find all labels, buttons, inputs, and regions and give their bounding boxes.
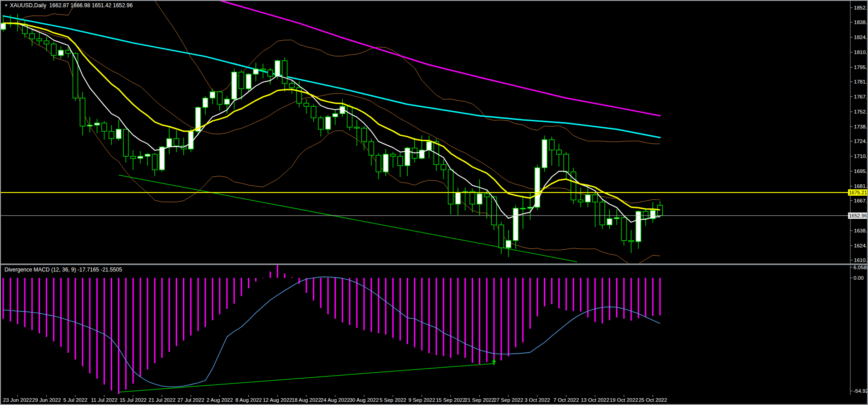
- svg-text:5 Jul 2022: 5 Jul 2022: [63, 397, 87, 403]
- quote-ohlc-label: 1662.87 1666.98 1651.42 1652.96: [49, 2, 133, 9]
- svg-text:29 Jun 2022: 29 Jun 2022: [32, 397, 61, 403]
- svg-text:3 Oct 2022: 3 Oct 2022: [524, 397, 550, 403]
- svg-text:0.00: 0.00: [853, 275, 863, 281]
- svg-text:13 Oct 2022: 13 Oct 2022: [581, 397, 609, 403]
- svg-text:5 Sep 2022: 5 Sep 2022: [380, 397, 406, 403]
- svg-text:23 Jun 2022: 23 Jun 2022: [3, 397, 32, 403]
- svg-text:8 Aug 2022: 8 Aug 2022: [235, 397, 261, 403]
- chart-title: ▼XAUUSD,Daily 1662.87 1666.98 1651.42 16…: [4, 2, 133, 9]
- svg-text:25 Oct 2022: 25 Oct 2022: [639, 397, 667, 403]
- svg-text:1781.70: 1781.70: [854, 79, 867, 84]
- svg-text:12 Aug 2022: 12 Aug 2022: [263, 397, 292, 403]
- svg-text:1767.30: 1767.30: [854, 94, 867, 99]
- svg-text:1681.30: 1681.30: [854, 183, 867, 189]
- svg-text:24 Aug 2022: 24 Aug 2022: [321, 397, 350, 403]
- svg-text:19 Oct 2022: 19 Oct 2022: [610, 397, 638, 403]
- svg-text:1624.10: 1624.10: [854, 243, 867, 248]
- macd-indicator-panel[interactable]: 6.05880.00-54.9241: [1, 265, 867, 395]
- svg-text:-54.9241: -54.9241: [853, 388, 867, 394]
- svg-text:15 Jul 2022: 15 Jul 2022: [119, 397, 146, 403]
- price-tag-bid: 1652.96: [848, 212, 867, 219]
- macd-canvas[interactable]: 6.05880.00-54.9241: [1, 265, 867, 395]
- mt4-chart-window: 1852.901838.901824.501810.101795.701781.…: [0, 0, 868, 405]
- time-axis[interactable]: 23 Jun 202229 Jun 20225 Jul 202211 Jul 2…: [1, 395, 867, 405]
- svg-text:1752.90: 1752.90: [854, 109, 867, 114]
- svg-text:15 Sep 2022: 15 Sep 2022: [436, 397, 465, 403]
- svg-text:9 Sep 2022: 9 Sep 2022: [409, 397, 435, 403]
- svg-text:1667.30: 1667.30: [854, 198, 867, 203]
- svg-text:6.0588: 6.0588: [853, 265, 867, 270]
- svg-text:1695.70: 1695.70: [854, 168, 867, 174]
- svg-text:1638.50: 1638.50: [854, 228, 867, 233]
- macd-indicator-label: Divergence MACD (12, 36, 9) -17.7165 -21…: [5, 267, 122, 273]
- price-chart-panel[interactable]: 1852.901838.901824.501810.101795.701781.…: [1, 1, 867, 263]
- symbol-dropdown-icon[interactable]: ▼: [4, 3, 8, 8]
- svg-text:2 Aug 2022: 2 Aug 2022: [207, 397, 233, 403]
- svg-text:27 Jul 2022: 27 Jul 2022: [178, 397, 204, 403]
- svg-text:1838.90: 1838.90: [854, 20, 867, 25]
- svg-text:11 Jul 2022: 11 Jul 2022: [91, 397, 118, 403]
- svg-text:1724.50: 1724.50: [854, 138, 867, 144]
- svg-text:1710.10: 1710.10: [854, 153, 867, 159]
- svg-text:30 Aug 2022: 30 Aug 2022: [350, 397, 379, 403]
- price-chart-canvas[interactable]: 1852.901838.901824.501810.101795.701781.…: [1, 1, 867, 263]
- svg-text:1738.50: 1738.50: [854, 124, 867, 129]
- svg-text:21 Jul 2022: 21 Jul 2022: [148, 397, 175, 403]
- svg-text:21 Sep 2022: 21 Sep 2022: [465, 397, 494, 403]
- svg-text:1810.10: 1810.10: [854, 49, 867, 55]
- svg-text:1824.50: 1824.50: [854, 35, 867, 40]
- time-axis-canvas: 23 Jun 202229 Jun 20225 Jul 202211 Jul 2…: [1, 395, 867, 404]
- svg-text:7 Oct 2022: 7 Oct 2022: [553, 397, 579, 403]
- svg-text:18 Aug 2022: 18 Aug 2022: [292, 397, 321, 403]
- svg-text:27 Sep 2022: 27 Sep 2022: [493, 397, 523, 403]
- svg-text:1610.10: 1610.10: [854, 257, 867, 263]
- price-tag-alert-level: 1675.21: [848, 189, 867, 196]
- svg-text:1852.90: 1852.90: [854, 5, 867, 10]
- svg-text:1795.70: 1795.70: [854, 64, 867, 70]
- symbol-timeframe-label: XAUUSD,Daily: [10, 2, 46, 9]
